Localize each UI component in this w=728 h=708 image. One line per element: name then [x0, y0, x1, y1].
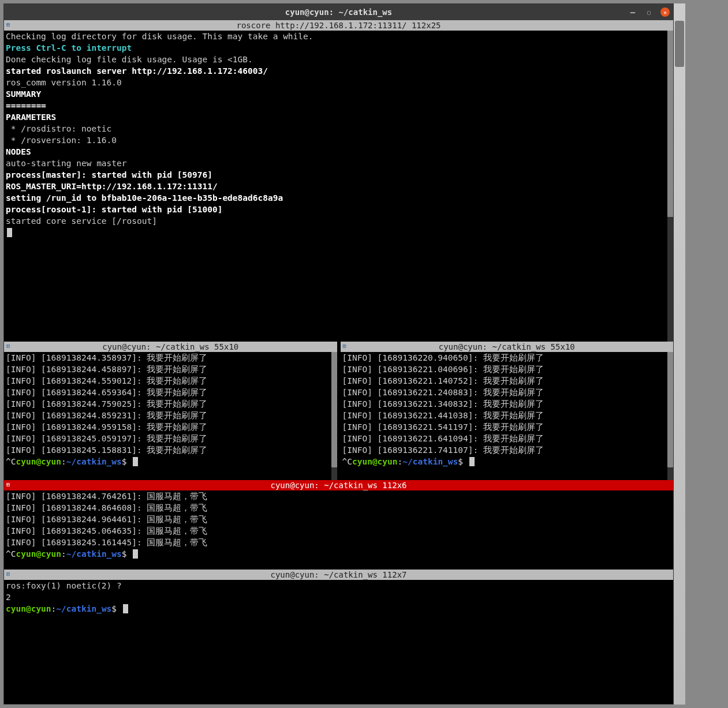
terminal-line: [INFO] [1689138245.064635]: 国服马超，带飞: [6, 525, 671, 537]
terminal-line: ========: [6, 100, 671, 111]
terminal-line: * /rosversion: 1.16.0: [6, 134, 671, 146]
prompt-line[interactable]: ^Ccyun@cyun:~/catkin_ws$: [6, 548, 671, 560]
split-icon: ⊞: [6, 481, 10, 488]
terminal-line: [INFO] [1689138245.158831]: 我要开始刷屏了: [6, 444, 335, 456]
prompt-line[interactable]: ^Ccyun@cyun:~/catkin_ws$: [6, 456, 335, 467]
terminal-line: * /rosdistro: noetic: [6, 123, 671, 134]
terminal-line: started roslaunch server http://192.168.…: [6, 65, 671, 77]
pane-title-text: roscore http://192.168.1.172:11311/ 112x…: [236, 21, 440, 30]
terminal-line: [INFO] [1689136220.940650]: 我要开始刷屏了: [342, 352, 672, 364]
split-icon: ⊞: [6, 21, 10, 28]
terminal-line: SUMMARY: [6, 88, 671, 100]
terminal-line: Done checking log file disk usage. Usage…: [6, 54, 671, 65]
terminal-bottom-2[interactable]: ros:foxy(1) noetic(2) ?2cyun@cyun:~/catk…: [4, 580, 673, 704]
pane-title-text: cyun@cyun: ~/catkin_ws 112x7: [270, 570, 406, 579]
terminal-line: [INFO] [1689136221.340832]: 我要开始刷屏了: [342, 398, 672, 410]
terminal-line: [INFO] [1689136221.240883]: 我要开始刷屏了: [342, 387, 672, 398]
terminal-line: [INFO] [1689138244.959158]: 我要开始刷屏了: [6, 421, 335, 433]
terminal-line: setting /run_id to bfbab10e-206a-11ee-b3…: [6, 192, 671, 204]
terminal-line: [INFO] [1689138244.559012]: 我要开始刷屏了: [6, 375, 335, 387]
terminal-line: [INFO] [1689138244.964461]: 国服马超，带飞: [6, 514, 671, 525]
terminal-line: ros:foxy(1) noetic(2) ?: [6, 580, 671, 591]
middle-row: ⊞ cyun@cyun: ~/catkin_ws 55x10 [INFO] [1…: [4, 342, 673, 480]
pane-title-text: cyun@cyun: ~/catkin_ws 55x10: [439, 342, 575, 351]
close-button[interactable]: [660, 8, 670, 17]
terminal-line: [INFO] [1689136221.040696]: 我要开始刷屏了: [342, 364, 672, 375]
pane-title-mid-left[interactable]: ⊞ cyun@cyun: ~/catkin_ws 55x10: [4, 342, 337, 352]
terminal-mid-left[interactable]: [INFO] [1689138244.358937]: 我要开始刷屏了[INFO…: [4, 352, 337, 480]
maximize-button[interactable]: [644, 8, 654, 17]
terminal-line: 2: [6, 591, 671, 603]
pane-title-bottom-1[interactable]: ⊞ cyun@cyun: ~/catkin_ws 112x6: [4, 480, 673, 490]
terminal-line: Checking log directory for disk usage. T…: [6, 31, 671, 42]
terminal-line: [INFO] [1689138244.759025]: 我要开始刷屏了: [6, 398, 335, 410]
pane-title-bottom-2[interactable]: ⊞ cyun@cyun: ~/catkin_ws 112x7: [4, 570, 673, 580]
terminal-line: [INFO] [1689136221.140752]: 我要开始刷屏了: [342, 375, 672, 387]
terminal-line: [INFO] [1689138244.659364]: 我要开始刷屏了: [6, 387, 335, 398]
terminal-line: NODES: [6, 146, 671, 158]
window-controls: [628, 8, 670, 17]
prompt-line[interactable]: ^Ccyun@cyun:~/catkin_ws$: [342, 456, 672, 467]
minimize-button[interactable]: [628, 8, 637, 17]
pane-title-mid-right[interactable]: ⊞ cyun@cyun: ~/catkin_ws 55x10: [341, 342, 674, 352]
terminal-line: [INFO] [1689138244.458897]: 我要开始刷屏了: [6, 364, 335, 375]
terminal-line: [INFO] [1689138245.161445]: 国服马超，带飞: [6, 537, 671, 548]
split-icon: ⊞: [343, 343, 346, 349]
split-icon: ⊞: [6, 343, 10, 349]
scrollbar-thumb[interactable]: [667, 217, 673, 342]
terminal-line: [INFO] [1689138244.764261]: 国服马超，带飞: [6, 490, 671, 502]
terminal-line: [INFO] [1689136221.641094]: 我要开始刷屏了: [342, 433, 672, 444]
terminal-line: PARAMETERS: [6, 111, 671, 123]
pane-title-text: cyun@cyun: ~/catkin_ws 55x10: [102, 342, 238, 351]
pane-roscore: ⊞ roscore http://192.168.1.172:11311/ 11…: [4, 20, 673, 342]
terminal-bottom-1[interactable]: [INFO] [1689138244.764261]: 国服马超，带飞[INFO…: [4, 490, 673, 570]
terminal-mid-right[interactable]: [INFO] [1689136220.940650]: 我要开始刷屏了[INFO…: [341, 352, 674, 480]
scrollbar-track[interactable]: [667, 352, 673, 480]
terminal-line: started core service [/rosout]: [6, 215, 671, 227]
pane-mid-left: ⊞ cyun@cyun: ~/catkin_ws 55x10 [INFO] [1…: [4, 342, 337, 480]
terminal-roscore[interactable]: Checking log directory for disk usage. T…: [4, 31, 673, 342]
terminal-line: [INFO] [1689138245.059197]: 我要开始刷屏了: [6, 433, 335, 444]
terminal-line: process[master]: started with pid [50976…: [6, 169, 671, 181]
pane-title-roscore[interactable]: ⊞ roscore http://192.168.1.172:11311/ 11…: [4, 20, 673, 31]
terminal-line: [INFO] [1689136221.541197]: 我要开始刷屏了: [342, 421, 672, 433]
pane-bottom-1: ⊞ cyun@cyun: ~/catkin_ws 112x6 [INFO] [1…: [4, 480, 673, 570]
terminal-line: ROS_MASTER_URI=http://192.168.1.172:1131…: [6, 181, 671, 192]
scrollbar-thumb[interactable]: [667, 467, 673, 480]
pane-title-text: cyun@cyun: ~/catkin_ws 112x6: [270, 481, 406, 490]
terminal-line: auto-starting new master: [6, 158, 671, 169]
scrollbar-thumb[interactable]: [331, 467, 337, 480]
pane-bottom-2: ⊞ cyun@cyun: ~/catkin_ws 112x7 ros:foxy(…: [4, 570, 673, 704]
terminal-line: process[rosout-1]: started with pid [510…: [6, 204, 671, 215]
terminal-line: Press Ctrl-C to interrupt: [6, 42, 671, 54]
terminal-window: cyun@cyun: ~/catkin_ws ⊞ roscore http://…: [3, 3, 674, 705]
prompt-line[interactable]: cyun@cyun:~/catkin_ws$: [6, 603, 671, 615]
page-scrollbar[interactable]: [674, 3, 685, 705]
terminal-line: ros_comm version 1.16.0: [6, 77, 671, 88]
terminal-line: [INFO] [1689136221.741107]: 我要开始刷屏了: [342, 444, 672, 456]
terminal-line: [INFO] [1689138244.864608]: 国服马超，带飞: [6, 502, 671, 514]
split-icon: ⊞: [6, 571, 10, 577]
terminal-line: [INFO] [1689136221.441038]: 我要开始刷屏了: [342, 410, 672, 421]
terminal-line: [INFO] [1689138244.859231]: 我要开始刷屏了: [6, 410, 335, 421]
scrollbar-track[interactable]: [331, 352, 337, 480]
terminal-line: [INFO] [1689138244.358937]: 我要开始刷屏了: [6, 352, 335, 364]
window-titlebar[interactable]: cyun@cyun: ~/catkin_ws: [4, 4, 673, 20]
pane-mid-right: ⊞ cyun@cyun: ~/catkin_ws 55x10 [INFO] [1…: [341, 342, 674, 480]
window-title: cyun@cyun: ~/catkin_ws: [285, 8, 392, 17]
scrollbar-track[interactable]: [667, 31, 673, 342]
page-scrollbar-thumb[interactable]: [675, 21, 684, 67]
terminal-cursor-line: [6, 227, 671, 238]
